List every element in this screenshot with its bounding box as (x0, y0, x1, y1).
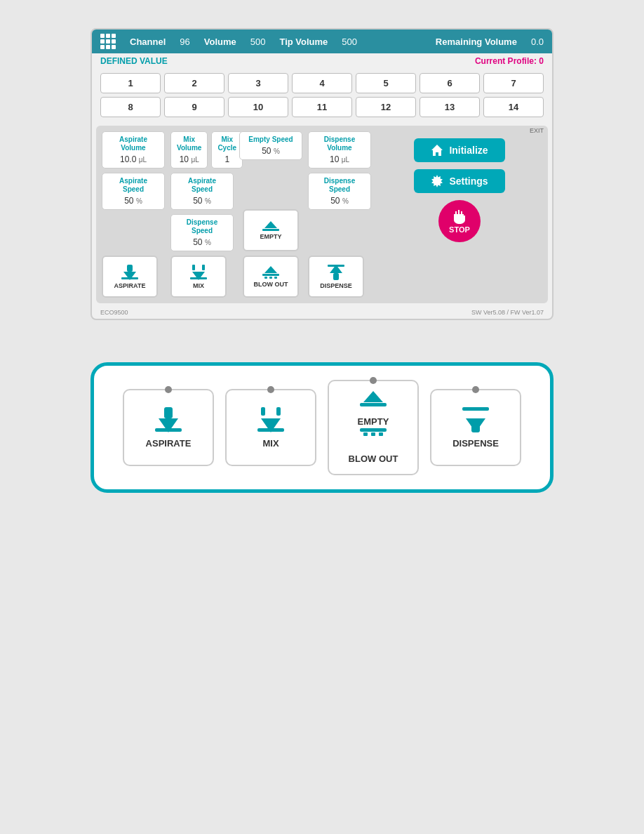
num-btn-3[interactable]: 3 (228, 73, 288, 93)
svg-rect-11 (264, 277, 267, 279)
mix-volume-title: Mix Volume (177, 135, 201, 152)
mix-cycle-card: Mix Cycle 1 (211, 131, 243, 168)
svg-rect-19 (164, 407, 173, 418)
svg-marker-9 (264, 266, 277, 273)
svg-rect-16 (328, 265, 344, 267)
panel-footer: ECO9500 SW Ver5.08 / FW Ver1.07 (92, 307, 552, 319)
mix-dispense-speed-value: 50 % (177, 237, 227, 247)
defined-label: DEFINED VALUE (100, 56, 168, 66)
mix-btn-label: MIX (193, 282, 204, 289)
num-btn-2[interactable]: 2 (164, 73, 224, 93)
num-btn-1[interactable]: 1 (100, 73, 161, 93)
tip-volume-label: Tip Volume (279, 37, 328, 47)
svg-rect-21 (155, 428, 182, 432)
dispense-button[interactable]: DISPENSE (308, 256, 364, 298)
blowout-button[interactable]: BLOW OUT (243, 256, 299, 298)
svg-rect-0 (127, 265, 133, 272)
bottom-aspirate-label: ASPIRATE (146, 438, 192, 449)
svg-rect-3 (192, 265, 195, 270)
remaining-value: 0.0 (531, 37, 544, 47)
mix-dispense-speed-title: Dispense Speed (177, 218, 227, 235)
num-btn-5[interactable]: 5 (356, 73, 416, 93)
svg-rect-14 (333, 273, 339, 280)
home-icon (431, 144, 443, 157)
empty-icon (261, 221, 281, 231)
dispense-btn-label: DISPENSE (320, 282, 352, 289)
dispense-icon (326, 265, 346, 280)
svg-marker-7 (264, 221, 277, 228)
blowout-btn-label: BLOW OUT (254, 281, 288, 288)
svg-rect-30 (371, 432, 375, 436)
num-btn-9[interactable]: 9 (164, 97, 224, 117)
main-panel: Channel 96 Volume 500 Tip Volume 500 Rem… (90, 28, 554, 320)
footer-right: SW Ver5.08 / FW Ver1.07 (471, 309, 544, 316)
channel-label: Channel (130, 37, 166, 47)
dispense-volume-title: Dispense Volume (314, 135, 365, 152)
bottom-panel: ASPIRATE MIX EMPTY BLOW OUT (90, 362, 554, 493)
aspirate-volume-card: Aspirate Volume 10.0 μL (102, 131, 165, 168)
num-grid: 1 2 3 4 5 6 7 8 9 10 11 12 13 14 (92, 69, 552, 121)
hand-icon (451, 208, 468, 225)
aspirate-speed-value: 50 % (108, 196, 159, 206)
mix-icon (189, 265, 208, 280)
svg-rect-34 (471, 421, 480, 432)
channel-value: 96 (180, 37, 189, 47)
header-bar: Channel 96 Volume 500 Tip Volume 500 Rem… (92, 29, 552, 53)
col-right: Initialize Settings STOP (377, 131, 542, 298)
svg-rect-29 (363, 432, 368, 436)
aspirate-icon (120, 265, 140, 280)
num-btn-4[interactable]: 4 (292, 73, 352, 93)
svg-marker-26 (363, 391, 383, 402)
num-btn-11[interactable]: 11 (292, 97, 352, 117)
svg-rect-32 (462, 407, 489, 411)
bottom-dispense-button[interactable]: DISPENSE (430, 389, 521, 466)
empty-speed-title: Empty Speed (246, 135, 296, 144)
bottom-emptyblowout-button[interactable]: EMPTY BLOW OUT (328, 380, 419, 475)
svg-rect-6 (190, 277, 207, 279)
svg-rect-23 (276, 407, 281, 416)
empty-button[interactable]: EMPTY (243, 209, 299, 251)
bottom-aspirate-button[interactable]: ASPIRATE (123, 389, 214, 466)
col-mix: Mix Volume 10 μL Mix Cycle 1 Aspirate Sp… (170, 131, 234, 298)
num-btn-13[interactable]: 13 (420, 97, 480, 117)
num-btn-12[interactable]: 12 (356, 97, 416, 117)
aspirate-speed-title: Aspirate Speed (108, 177, 159, 194)
svg-rect-28 (360, 428, 387, 432)
mix-aspirate-speed-value: 50 % (177, 196, 227, 206)
aspirate-speed-card: Aspirate Speed 50 % (102, 173, 165, 210)
current-profile: Current Profile: 0 (475, 56, 544, 66)
svg-rect-2 (121, 277, 138, 279)
num-btn-14[interactable]: 14 (483, 97, 544, 117)
mix-aspirate-speed-title: Aspirate Speed (177, 177, 227, 194)
num-btn-10[interactable]: 10 (228, 97, 288, 117)
col-empty: Empty Speed 50 % EMPTY (239, 131, 302, 298)
grid-icon (100, 34, 116, 49)
gear-icon (431, 175, 443, 187)
mix-button[interactable]: MIX (170, 256, 227, 298)
svg-rect-12 (269, 277, 272, 279)
bottom-blowout-icon (358, 428, 389, 448)
col-aspirate: Aspirate Volume 10.0 μL Aspirate Speed 5… (102, 131, 165, 298)
mix-aspirate-speed-card: Aspirate Speed 50 % (170, 173, 234, 210)
num-btn-7[interactable]: 7 (483, 73, 544, 93)
defined-row: DEFINED VALUE Current Profile: 0 (92, 53, 552, 69)
num-btn-8[interactable]: 8 (100, 97, 161, 117)
bottom-mix-button[interactable]: MIX (225, 389, 316, 466)
bottom-empty-label: EMPTY (358, 416, 389, 427)
blowout-icon (261, 266, 281, 279)
initialize-button[interactable]: Initialize (414, 138, 505, 162)
stop-button[interactable]: STOP (438, 200, 481, 242)
bottom-empty-icon (358, 391, 389, 411)
settings-button[interactable]: Settings (414, 169, 505, 193)
aspirate-button[interactable]: ASPIRATE (102, 256, 158, 298)
bottom-dispense-label: DISPENSE (452, 438, 499, 449)
svg-rect-8 (262, 229, 279, 231)
volume-value: 500 (250, 37, 266, 47)
dispense-volume-card: Dispense Volume 10 μL (308, 131, 371, 168)
footer-left: ECO9500 (100, 309, 128, 316)
aspirate-btn-label: ASPIRATE (114, 282, 146, 289)
num-btn-6[interactable]: 6 (420, 73, 480, 93)
mix-volume-value: 10 μL (177, 154, 201, 164)
svg-rect-13 (274, 277, 277, 279)
empty-speed-card: Empty Speed 50 % (239, 131, 302, 160)
